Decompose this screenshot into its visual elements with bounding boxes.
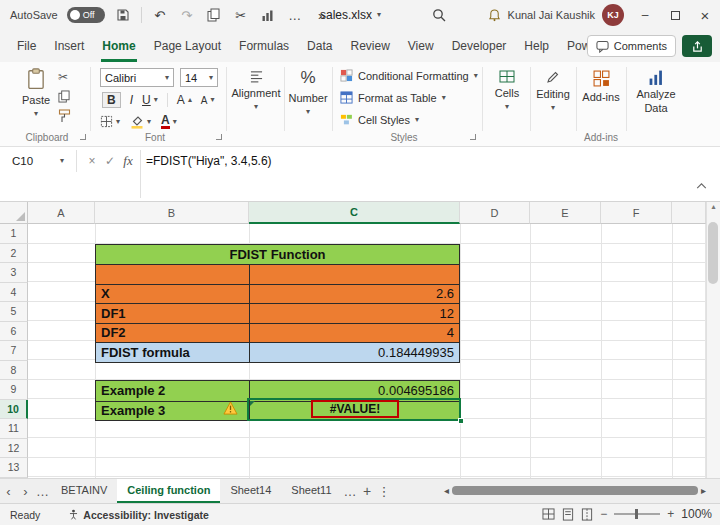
scroll-left-icon[interactable]: ◂ <box>444 485 449 496</box>
cell-B4[interactable]: X <box>96 284 249 304</box>
accessibility-status[interactable]: Accessibility: Investigate <box>68 508 208 521</box>
vertical-scrollbar-thumb[interactable] <box>708 222 718 284</box>
more-commands-icon[interactable]: … <box>286 6 304 24</box>
fill-handle[interactable] <box>458 418 464 424</box>
tab-insert[interactable]: Insert <box>45 31 93 62</box>
row-header-11[interactable]: 11 <box>0 419 28 439</box>
column-header-C[interactable]: C <box>249 202 460 224</box>
tab-page-layout[interactable]: Page Layout <box>145 31 230 62</box>
addins-button[interactable]: Add-ins <box>580 70 622 103</box>
error-value-highlight[interactable]: #VALUE! <box>311 400 399 418</box>
save-icon[interactable] <box>114 6 132 24</box>
avatar[interactable]: KJ <box>602 4 624 26</box>
cell-B5[interactable]: DF1 <box>96 303 249 323</box>
zoom-slider[interactable] <box>614 513 660 515</box>
zoom-slider-knob[interactable] <box>635 509 638 519</box>
autosave-toggle[interactable]: Off <box>67 7 105 23</box>
sheet-tab-ceiling-function[interactable]: Ceiling function <box>117 479 220 503</box>
row-header-5[interactable]: 5 <box>0 302 28 322</box>
row-header-3[interactable]: 3 <box>0 263 28 283</box>
redo-icon[interactable]: ↷ <box>178 6 196 24</box>
cell-C3[interactable] <box>249 264 459 284</box>
column-header-D[interactable]: D <box>460 202 530 224</box>
sheet-nav-right-icon[interactable]: › <box>17 484 34 499</box>
row-header-7[interactable]: 7 <box>0 341 28 361</box>
bold-button[interactable]: B <box>102 92 121 108</box>
row-header-8[interactable]: 8 <box>0 361 28 381</box>
scroll-right-icon[interactable]: ▸ <box>701 485 706 496</box>
collapse-formula-bar-icon[interactable] <box>696 183 707 189</box>
cancel-button[interactable]: × <box>84 151 100 171</box>
paste-button[interactable]: Paste ▾ <box>14 68 58 118</box>
zoom-level[interactable]: 100% <box>681 507 712 521</box>
tab-data[interactable]: Data <box>298 31 341 62</box>
cell-styles-button[interactable]: Cell Styles ▾ <box>340 113 419 126</box>
copy-button[interactable] <box>58 90 70 103</box>
row-header-1[interactable]: 1 <box>0 224 28 244</box>
minimize-button[interactable]: – <box>630 0 660 30</box>
styles-dialog-launcher-icon[interactable] <box>470 134 476 140</box>
normal-view-button[interactable] <box>542 508 555 520</box>
spreadsheet-grid[interactable]: A B C D E F 1 2 3 4 5 6 7 8 9 10 11 12 1… <box>0 202 706 478</box>
new-sheet-button[interactable]: + <box>359 483 376 499</box>
cell-C6[interactable]: 4 <box>249 323 459 343</box>
underline-button[interactable]: U▾ <box>142 93 158 107</box>
font-dialog-launcher-icon[interactable] <box>216 134 222 140</box>
scroll-up-icon[interactable]: ▴ <box>711 202 715 211</box>
column-header-partial[interactable] <box>672 202 706 224</box>
cut-icon[interactable]: ✂ <box>232 6 250 24</box>
cut-button[interactable]: ✂ <box>58 70 68 84</box>
close-button[interactable]: × <box>690 0 720 30</box>
row-header-4[interactable]: 4 <box>0 283 28 303</box>
tab-developer[interactable]: Developer <box>443 31 516 62</box>
comments-button[interactable]: Comments <box>587 35 676 57</box>
tab-home[interactable]: Home <box>93 31 144 62</box>
bell-icon[interactable] <box>488 8 501 22</box>
row-header-6[interactable]: 6 <box>0 322 28 342</box>
name-box[interactable]: C10 ▾ <box>6 151 70 171</box>
zoom-out-button[interactable]: − <box>600 507 607 521</box>
shrink-font-button[interactable]: A▾ <box>201 95 215 106</box>
cell-C5[interactable]: 12 <box>249 303 459 323</box>
formula-input[interactable]: =FDIST("Hiya", 3.4,5.6) <box>146 151 272 171</box>
document-title[interactable]: sales.xlsx ▾ <box>320 0 381 30</box>
cell-C7[interactable]: 0.184449935 <box>249 342 459 362</box>
copy-icon[interactable] <box>205 6 223 24</box>
row-header-9[interactable]: 9 <box>0 380 28 400</box>
row-header-12[interactable]: 12 <box>0 439 28 459</box>
select-all-corner[interactable] <box>0 202 28 224</box>
cell-B2-title[interactable]: FDIST Function <box>96 245 459 265</box>
search-icon[interactable] <box>432 8 446 22</box>
editing-group-button[interactable]: Editing ▾ <box>532 70 574 112</box>
cell-B3[interactable] <box>96 264 249 284</box>
sheet-tab-sheet14[interactable]: Sheet14 <box>220 479 281 503</box>
tab-file[interactable]: File <box>8 31 45 62</box>
column-header-B[interactable]: B <box>95 202 249 224</box>
cell-C4[interactable]: 2.6 <box>249 284 459 304</box>
borders-button[interactable]: ▾ <box>100 115 120 128</box>
clipboard-dialog-launcher-icon[interactable] <box>80 134 86 140</box>
more-sheets-icon[interactable]: … <box>342 484 359 499</box>
cell-B7[interactable]: FDIST formula <box>96 342 249 362</box>
alignment-group-button[interactable]: Alignment ▾ <box>230 70 282 111</box>
maximize-button[interactable] <box>660 0 690 30</box>
format-painter-button[interactable] <box>58 109 71 123</box>
font-size-combo[interactable]: 14 ▾ <box>180 68 218 87</box>
font-color-button[interactable]: A ▾ <box>161 115 177 129</box>
horizontal-scrollbar[interactable]: ◂ ▸ <box>444 481 706 499</box>
page-break-view-button[interactable] <box>581 508 593 521</box>
column-header-F[interactable]: F <box>601 202 672 224</box>
enter-button[interactable]: ✓ <box>102 151 118 171</box>
sheet-options-icon[interactable]: ⋮ <box>376 484 393 499</box>
font-name-combo[interactable]: Calibri ▾ <box>100 68 174 87</box>
cells-group-button[interactable]: Cells ▾ <box>486 70 528 111</box>
row-header-10[interactable]: 10 <box>0 400 28 420</box>
cell-B9[interactable]: Example 2 <box>96 381 249 401</box>
zoom-in-button[interactable]: + <box>667 507 674 521</box>
sheet-list-ellipsis-icon[interactable]: … <box>34 484 51 499</box>
italic-button[interactable]: I <box>130 93 133 107</box>
account-area[interactable]: Kunal Jai Kaushik KJ <box>488 0 624 30</box>
tab-review[interactable]: Review <box>341 31 398 62</box>
insert-function-button[interactable]: fx <box>120 151 136 171</box>
tab-help[interactable]: Help <box>515 31 558 62</box>
